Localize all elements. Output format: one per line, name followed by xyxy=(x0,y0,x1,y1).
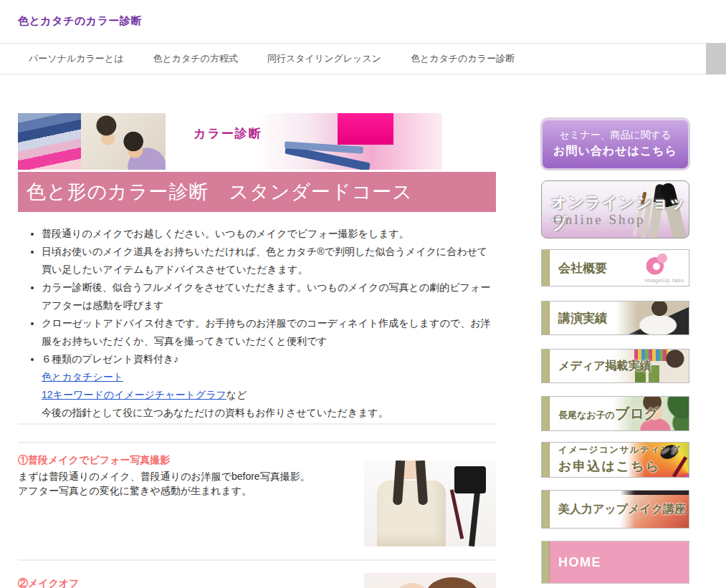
site-title[interactable]: 色とカタチのカラー診断 xyxy=(18,14,142,28)
left-stripe xyxy=(542,491,550,528)
color-fan-left-graphic xyxy=(18,113,81,170)
feature-item: 日頃お使いのメイク道具をお持ちいただければ、色とカタチ®で判明した似合うメイクに… xyxy=(42,243,496,279)
link-image-chart-graph[interactable]: 12キーワードのイメージチャートグラフ xyxy=(42,389,226,400)
contact-banner[interactable]: セミナー、商品に関する お問い合わせはこちら xyxy=(541,118,689,170)
left-stripe xyxy=(542,350,550,382)
camera-graphic xyxy=(454,466,486,493)
closing-note: 今後の指針として役に立つあなただけの資料もお作りさせていただきます。 xyxy=(42,404,496,422)
consulting-apply-line1: イメージコンサルティング xyxy=(558,443,681,457)
left-stripe xyxy=(542,443,550,477)
step1-text: まずは普段通りのメイク、普段通りのお洋服でbefore写真撮影。 アフター写真と… xyxy=(18,469,355,498)
pink-gradient-graphic xyxy=(254,113,442,170)
page-title: 色と形のカラー診断 スタンダードコース xyxy=(18,172,496,212)
step1-heading: ①普段メイクでビフォー写真撮影 xyxy=(18,454,170,467)
online-shop-label-en: Online Shop xyxy=(553,212,646,228)
contact-banner-line2: お問い合わせはこちら xyxy=(543,144,688,159)
nav-item-styling-lesson[interactable]: 同行スタイリングレッスン xyxy=(267,52,381,65)
nav-item-color-katachi-formula[interactable]: 色とカタチの方程式 xyxy=(153,52,238,65)
beauty-makeup-course-banner[interactable]: 美人力アップメイク講座 xyxy=(541,490,689,529)
home-banner[interactable]: HOME xyxy=(541,541,689,584)
consulting-apply-banner[interactable]: イメージコンサルティング お申込はこちら xyxy=(541,442,689,478)
imageup-labo-logo-hole xyxy=(653,263,660,270)
before-photo-shoot-image xyxy=(364,461,496,546)
beauty-makeup-course-label: 美人力アップメイク講座 xyxy=(558,502,686,517)
nav-right-gray-block xyxy=(706,43,726,74)
makeup-off-image xyxy=(364,573,496,588)
hero-banner-image: カラー診断 xyxy=(18,113,442,170)
blog-label: 長尾なお子のブログ xyxy=(558,404,659,423)
consulting-apply-line2: お申込はこちら xyxy=(558,457,681,476)
left-stripe xyxy=(542,397,550,430)
camera-strap-graphic xyxy=(450,489,464,539)
sweater-graphic xyxy=(377,481,446,546)
imageup-labo-logo-text: imageUp labo xyxy=(645,277,684,284)
blog-label-large: ブログ xyxy=(615,405,659,421)
blog-banner[interactable]: 長尾なお子のブログ xyxy=(541,396,689,431)
hair-graphic xyxy=(426,577,479,588)
lecture-results-label: 講演実績 xyxy=(558,310,607,327)
left-stripe xyxy=(542,541,550,583)
company-profile-label: 会社概要 xyxy=(558,260,607,276)
blog-label-small: 長尾なお子の xyxy=(558,410,615,420)
divider xyxy=(18,559,496,561)
media-coverage-label: メディア掲載実績 xyxy=(558,359,651,374)
link-color-katachi-sheet[interactable]: 色とカタチシート xyxy=(42,371,123,382)
sidebar: セミナー、商品に関する お問い合わせはこちら オンラインショップ Online … xyxy=(541,118,689,584)
media-coverage-banner[interactable]: メディア掲載実績 xyxy=(541,349,689,383)
left-stripe xyxy=(542,302,550,334)
company-logo-area: imageUp labo xyxy=(631,250,689,286)
online-shop-banner[interactable]: オンラインショップ Online Shop xyxy=(541,180,689,238)
feature-item: カラー診断後、似合うフルメイクをさせていただきます。いつものメイクの写真との劇的… xyxy=(42,279,496,314)
face-graphic xyxy=(396,583,429,588)
feature-item: ６種類のプレゼント資料付き♪ 色とカタチシート 12キーワードのイメージチャート… xyxy=(42,350,496,422)
nav-item-color-diagnosis[interactable]: 色とカタチのカラー診断 xyxy=(411,52,515,65)
left-stripe xyxy=(542,250,550,286)
feature-item: 普段通りのメイクでお越しください。いつものメイクでビフォー撮影をします。 xyxy=(42,225,496,243)
consulting-apply-label: イメージコンサルティング お申込はこちら xyxy=(558,443,681,476)
feature-item-text: ６種類のプレゼント資料付き♪ xyxy=(42,353,178,365)
contact-banner-line1: セミナー、商品に関する xyxy=(543,129,688,142)
consultation-photo xyxy=(81,113,166,170)
lecture-photo-graphic xyxy=(616,302,689,334)
hot-pink-block xyxy=(338,113,393,145)
main-navigation: パーソナルカラーとは 色とカタチの方程式 同行スタイリングレッスン 色とカタチの… xyxy=(0,43,726,74)
home-label: HOME xyxy=(558,555,601,570)
step1-line2: アフター写真との変化に驚きや感動が生まれます。 xyxy=(18,483,355,498)
hero-banner-label: カラー診断 xyxy=(194,125,262,142)
divider xyxy=(18,442,496,443)
feature-item: クローゼットアドバイス付きです。お手持ちのお洋服でのコーディネイト作成をしますの… xyxy=(42,314,496,350)
lecture-results-banner[interactable]: 講演実績 xyxy=(541,301,689,335)
step2-heading: ②メイクオフ xyxy=(18,577,80,588)
course-description: 普段通りのメイクでお越しください。いつものメイクでビフォー撮影をします。 日頃お… xyxy=(18,225,496,422)
step1-line1: まずは普段通りのメイク、普段通りのお洋服でbefore写真撮影。 xyxy=(18,469,355,483)
company-profile-banner[interactable]: 会社概要 imageUp labo xyxy=(541,249,689,286)
nav-item-personal-color[interactable]: パーソナルカラーとは xyxy=(29,52,123,65)
divider xyxy=(18,423,496,425)
tripod-graphic xyxy=(469,492,480,546)
link-suffix: など xyxy=(226,389,247,400)
feature-list: 普段通りのメイクでお越しください。いつものメイクでビフォー撮影をします。 日頃お… xyxy=(18,225,496,422)
